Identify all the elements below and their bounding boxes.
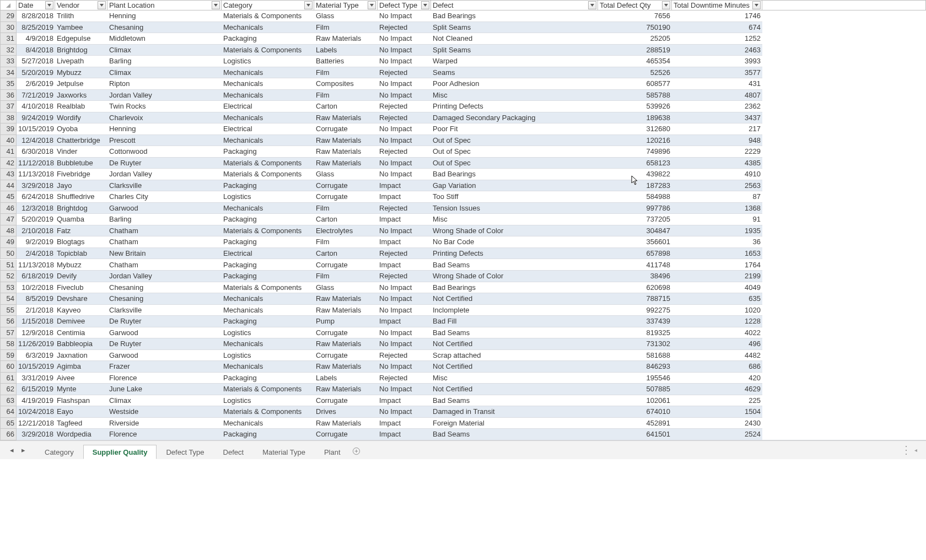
table-cell[interactable]: Packaging	[222, 180, 314, 192]
table-cell[interactable]: 11/13/2018	[17, 169, 55, 180]
table-cell[interactable]: 10/24/2018	[17, 406, 55, 418]
table-cell[interactable]: Out of Spec	[431, 146, 598, 158]
table-cell[interactable]: Bubbletube	[55, 158, 107, 169]
table-cell[interactable]: 788715	[598, 293, 672, 305]
table-cell[interactable]: Out of Spec	[431, 158, 598, 169]
table-cell[interactable]: Quamba	[55, 214, 107, 225]
table-cell[interactable]: Raw Materials	[314, 158, 378, 169]
table-cell[interactable]: 2/1/2018	[17, 305, 55, 316]
table-cell[interactable]: 2/4/2018	[17, 248, 55, 260]
table-cell[interactable]: No Impact	[378, 225, 431, 237]
table-cell[interactable]: Logistics	[222, 327, 314, 339]
column-header[interactable]: Date	[17, 0, 55, 10]
new-sheet-button[interactable]	[350, 443, 363, 459]
table-cell[interactable]: Electrical	[222, 101, 314, 112]
table-cell[interactable]: 195546	[598, 373, 672, 384]
table-cell[interactable]: Henning	[107, 123, 222, 135]
table-cell[interactable]: De Ruyter	[107, 158, 222, 169]
table-cell[interactable]: 2229	[672, 146, 762, 158]
table-cell[interactable]: 11/13/2018	[17, 260, 55, 271]
table-cell[interactable]: Rejected	[378, 373, 431, 384]
table-cell[interactable]: Impact	[378, 418, 431, 429]
table-cell[interactable]: Mechanicals	[222, 361, 314, 373]
table-cell[interactable]: Raw Materials	[314, 135, 378, 147]
table-cell[interactable]: Demivee	[55, 316, 107, 327]
row-number[interactable]: 64	[0, 406, 17, 418]
sheet-tab[interactable]: Category	[35, 445, 83, 459]
table-cell[interactable]: Split Seams	[431, 45, 598, 56]
table-cell[interactable]: Jordan Valley	[107, 169, 222, 180]
table-cell[interactable]: Bad Bearings	[431, 169, 598, 180]
table-cell[interactable]: Packaging	[222, 214, 314, 225]
column-header[interactable]: Defect Type	[378, 0, 431, 10]
table-cell[interactable]: Twin Rocks	[107, 101, 222, 112]
table-cell[interactable]: Barling	[107, 56, 222, 67]
table-cell[interactable]: Jaxworks	[55, 90, 107, 101]
table-cell[interactable]: 87	[672, 191, 762, 203]
table-cell[interactable]: No Impact	[378, 327, 431, 339]
table-cell[interactable]: 4910	[672, 169, 762, 180]
table-cell[interactable]: Ripton	[107, 78, 222, 90]
table-cell[interactable]: Inclomplete	[431, 305, 598, 316]
table-cell[interactable]: 25205	[598, 33, 672, 45]
table-cell[interactable]: Trilith	[55, 10, 107, 22]
table-cell[interactable]: 1746	[672, 10, 762, 22]
column-header[interactable]: Material Type	[314, 0, 378, 10]
table-cell[interactable]: Garwood	[107, 203, 222, 214]
table-cell[interactable]: Mechanicals	[222, 67, 314, 79]
table-cell[interactable]: Bad Fill	[431, 316, 598, 327]
table-cell[interactable]: Printing Defects	[431, 101, 598, 112]
table-cell[interactable]: 3993	[672, 56, 762, 67]
table-cell[interactable]: 686	[672, 361, 762, 373]
table-cell[interactable]: 1228	[672, 316, 762, 327]
table-cell[interactable]: 4/10/2018	[17, 101, 55, 112]
table-cell[interactable]: 1368	[672, 203, 762, 214]
table-cell[interactable]: Frazer	[107, 361, 222, 373]
table-cell[interactable]: 217	[672, 123, 762, 135]
table-cell[interactable]: 12/21/2018	[17, 418, 55, 429]
table-cell[interactable]: Livepath	[55, 56, 107, 67]
table-cell[interactable]: Corrugate	[314, 260, 378, 271]
row-number[interactable]: 65	[0, 418, 17, 429]
table-cell[interactable]: 539926	[598, 101, 672, 112]
table-cell[interactable]: 8/28/2018	[17, 10, 55, 22]
filter-dropdown-button[interactable]	[368, 1, 376, 9]
table-cell[interactable]: 2430	[672, 418, 762, 429]
table-cell[interactable]: Bad Seams	[431, 429, 598, 440]
table-cell[interactable]: 2/6/2019	[17, 78, 55, 90]
sheet-nav-next-icon[interactable]: ▸	[21, 446, 25, 454]
table-cell[interactable]: Chesaning	[107, 22, 222, 34]
table-cell[interactable]: Climax	[107, 395, 222, 407]
table-cell[interactable]: Devify	[55, 271, 107, 282]
table-cell[interactable]: Mybuzz	[55, 260, 107, 271]
table-cell[interactable]: Topicblab	[55, 248, 107, 260]
table-cell[interactable]: 11/12/2018	[17, 158, 55, 169]
table-cell[interactable]: Oyoba	[55, 123, 107, 135]
table-cell[interactable]: 992275	[598, 305, 672, 316]
table-cell[interactable]: 12/4/2018	[17, 135, 55, 147]
filter-dropdown-button[interactable]	[662, 1, 670, 9]
row-number[interactable]: 60	[0, 361, 17, 373]
table-cell[interactable]: Film	[314, 90, 378, 101]
table-cell[interactable]: 8/4/2018	[17, 45, 55, 56]
row-number[interactable]: 31	[0, 33, 17, 45]
table-cell[interactable]: Split Seams	[431, 22, 598, 34]
table-cell[interactable]: Out of Spec	[431, 135, 598, 147]
table-cell[interactable]: Materials & Components	[222, 384, 314, 395]
table-cell[interactable]: Composites	[314, 78, 378, 90]
row-number[interactable]: 34	[0, 67, 17, 79]
filter-dropdown-button[interactable]	[45, 1, 53, 9]
table-cell[interactable]: Wordify	[55, 112, 107, 124]
table-cell[interactable]: 4482	[672, 350, 762, 362]
table-cell[interactable]: 11/26/2019	[17, 338, 55, 350]
table-cell[interactable]: Logistics	[222, 56, 314, 67]
table-cell[interactable]: 2199	[672, 271, 762, 282]
row-number[interactable]: 43	[0, 169, 17, 180]
table-cell[interactable]: 737205	[598, 214, 672, 225]
table-cell[interactable]: De Ruyter	[107, 316, 222, 327]
table-cell[interactable]: 439822	[598, 169, 672, 180]
row-number[interactable]: 47	[0, 214, 17, 225]
row-number[interactable]: 35	[0, 78, 17, 90]
table-cell[interactable]: Aivee	[55, 373, 107, 384]
table-cell[interactable]: Raw Materials	[314, 112, 378, 124]
